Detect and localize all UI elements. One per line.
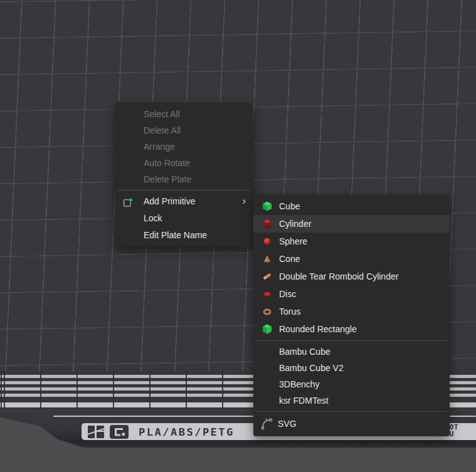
submenu-item-bambu-cube-v2[interactable]: Bambu Cube V2 <box>253 360 450 376</box>
submenu-item-cylinder[interactable]: Cylinder <box>253 215 450 233</box>
submenu-separator <box>256 340 447 341</box>
menu-item-edit-plate-name[interactable]: Edit Plate Name <box>115 227 253 244</box>
submenu-item-label: Sphere <box>279 236 307 246</box>
submenu-item-cone[interactable]: Cone <box>253 250 450 268</box>
submenu-item-rounded-rectangle[interactable]: Rounded Rectangle <box>253 320 450 338</box>
plate-logo-icon <box>110 425 129 439</box>
cylinder-icon <box>262 218 273 229</box>
add-primitive-submenu: Cube Cylinder Sphere <box>253 194 450 436</box>
submenu-separator <box>256 411 447 412</box>
submenu-item-sphere[interactable]: Sphere <box>253 233 450 250</box>
submenu-item-label: Rounded Rectangle <box>279 324 357 334</box>
submenu-item-ksr-fdmtest[interactable]: ksr FDMTest <box>253 392 450 409</box>
submenu-item-label: Disc <box>279 289 296 299</box>
plate-panes-icon <box>87 425 105 439</box>
menu-item-select-all: Select All <box>115 106 253 122</box>
submenu-item-label: Double Tear Romboid Cylinder <box>279 271 398 281</box>
cube-icon <box>262 201 273 212</box>
submenu-item-label: Cube <box>279 201 300 211</box>
submenu-item-svg[interactable]: SVG <box>253 414 450 433</box>
submenu-item-romboid-cylinder[interactable]: Double Tear Romboid Cylinder <box>253 268 450 285</box>
menu-item-arrange: Arrange <box>115 139 253 155</box>
submenu-item-3dbenchy[interactable]: 3DBenchy <box>253 376 450 392</box>
menu-item-delete-all: Delete All <box>115 122 253 139</box>
submenu-item-label: Cone <box>279 254 300 264</box>
sphere-icon <box>262 236 273 247</box>
menu-item-add-primitive[interactable]: Add Primitive › <box>115 193 253 210</box>
submenu-item-cube[interactable]: Cube <box>253 197 450 215</box>
plate-context-menu: Select All Delete All Arrange Auto Rotat… <box>115 103 253 247</box>
submenu-item-torus[interactable]: Torus <box>253 303 450 320</box>
submenu-chevron-icon: › <box>242 193 246 209</box>
disc-icon <box>262 288 273 300</box>
cone-icon <box>262 253 273 265</box>
slicer-3d-viewport[interactable]: PLA/ABS/PETG HOT SU Select All Delete Al… <box>0 0 476 472</box>
menu-item-lock[interactable]: Lock <box>115 210 253 227</box>
add-primitive-icon <box>123 196 133 206</box>
romboid-cylinder-icon <box>262 271 273 282</box>
menu-item-label: Add Primitive <box>144 196 195 206</box>
menu-item-auto-rotate: Auto Rotate <box>115 155 253 171</box>
submenu-item-label: Cylinder <box>279 219 311 229</box>
menu-item-delete-plate: Delete Plate <box>115 171 253 187</box>
submenu-item-disc[interactable]: Disc <box>253 285 450 303</box>
menu-separator <box>117 190 251 191</box>
plate-material-label: PLA/ABS/PETG <box>139 426 235 438</box>
bezier-curve-icon <box>260 417 273 430</box>
submenu-item-label: Torus <box>279 307 300 317</box>
submenu-item-label: SVG <box>278 419 297 429</box>
torus-icon <box>262 306 273 317</box>
rounded-rectangle-icon <box>262 323 273 335</box>
submenu-item-bambu-cube[interactable]: Bambu Cube <box>253 344 450 360</box>
